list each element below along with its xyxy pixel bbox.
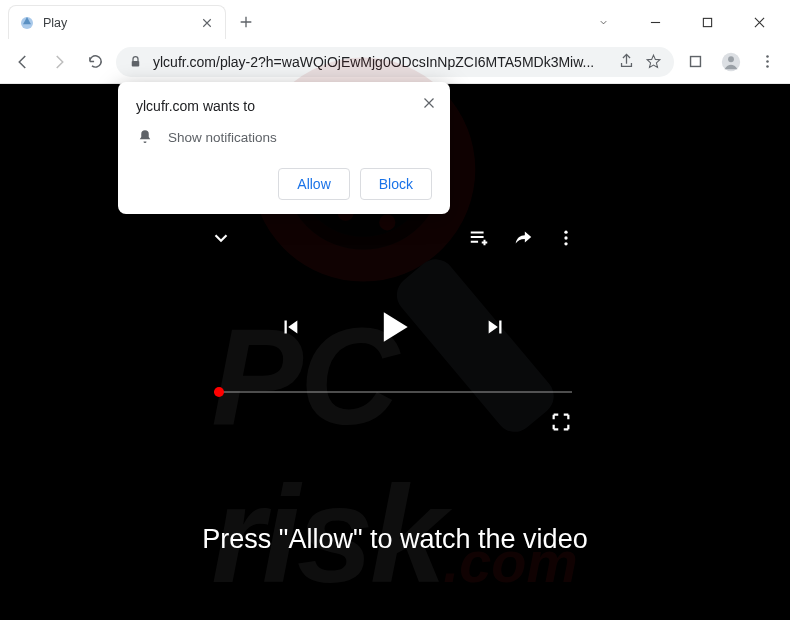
svg-point-9 bbox=[564, 231, 567, 234]
browser-toolbar: ylcufr.com/play-2?h=waWQiOjEwMjg0ODcsInN… bbox=[0, 40, 790, 84]
instruction-caption: Press "Allow" to watch the video bbox=[0, 524, 790, 555]
dialog-origin-text: ylcufr.com wants to bbox=[136, 98, 432, 114]
permission-item-label: Show notifications bbox=[168, 130, 277, 145]
tab-strip: Play bbox=[0, 0, 790, 40]
allow-button[interactable]: Allow bbox=[278, 168, 349, 200]
svg-point-8 bbox=[766, 65, 769, 68]
window-close-button[interactable] bbox=[736, 6, 782, 38]
browser-menu-button[interactable] bbox=[752, 47, 782, 77]
bell-icon bbox=[136, 128, 154, 146]
tab-title: Play bbox=[43, 16, 191, 30]
progress-handle[interactable] bbox=[214, 387, 224, 397]
address-bar[interactable]: ylcufr.com/play-2?h=waWQiOjEwMjg0ODcsInN… bbox=[116, 47, 674, 77]
url-text: ylcufr.com/play-2?h=waWQiOjEwMjg0ODcsInN… bbox=[153, 54, 608, 70]
reload-button[interactable] bbox=[80, 47, 110, 77]
profile-button[interactable] bbox=[716, 47, 746, 77]
notification-permission-dialog: ylcufr.com wants to Show notifications A… bbox=[118, 82, 450, 214]
more-vert-icon[interactable] bbox=[556, 228, 576, 248]
window-minimize-button[interactable] bbox=[632, 6, 678, 38]
tab-close-button[interactable] bbox=[199, 15, 215, 31]
svg-point-6 bbox=[766, 55, 769, 58]
browser-tab[interactable]: Play bbox=[8, 5, 226, 39]
share-icon[interactable] bbox=[618, 53, 635, 70]
svg-point-7 bbox=[766, 60, 769, 63]
tab-favicon bbox=[19, 15, 35, 31]
new-tab-button[interactable] bbox=[232, 8, 260, 36]
svg-point-11 bbox=[564, 242, 567, 245]
playlist-add-icon[interactable] bbox=[468, 227, 490, 249]
window-caret-button[interactable] bbox=[580, 6, 626, 38]
video-player bbox=[204, 214, 582, 478]
play-icon[interactable] bbox=[371, 305, 415, 349]
extensions-button[interactable] bbox=[680, 47, 710, 77]
svg-rect-1 bbox=[703, 18, 711, 26]
lock-icon bbox=[128, 54, 143, 69]
fullscreen-icon[interactable] bbox=[550, 411, 572, 433]
dialog-close-button[interactable] bbox=[418, 92, 440, 114]
progress-bar[interactable] bbox=[214, 391, 572, 393]
skip-next-icon[interactable] bbox=[485, 316, 507, 338]
block-button[interactable]: Block bbox=[360, 168, 432, 200]
window-maximize-button[interactable] bbox=[684, 6, 730, 38]
svg-rect-3 bbox=[690, 57, 700, 67]
svg-point-5 bbox=[728, 56, 734, 62]
back-button[interactable] bbox=[8, 47, 38, 77]
svg-rect-2 bbox=[132, 61, 140, 67]
skip-previous-icon[interactable] bbox=[279, 316, 301, 338]
svg-point-10 bbox=[564, 236, 567, 239]
collapse-icon[interactable] bbox=[210, 227, 232, 249]
share-arrow-icon[interactable] bbox=[512, 227, 534, 249]
bookmark-star-icon[interactable] bbox=[645, 53, 662, 70]
forward-button[interactable] bbox=[44, 47, 74, 77]
